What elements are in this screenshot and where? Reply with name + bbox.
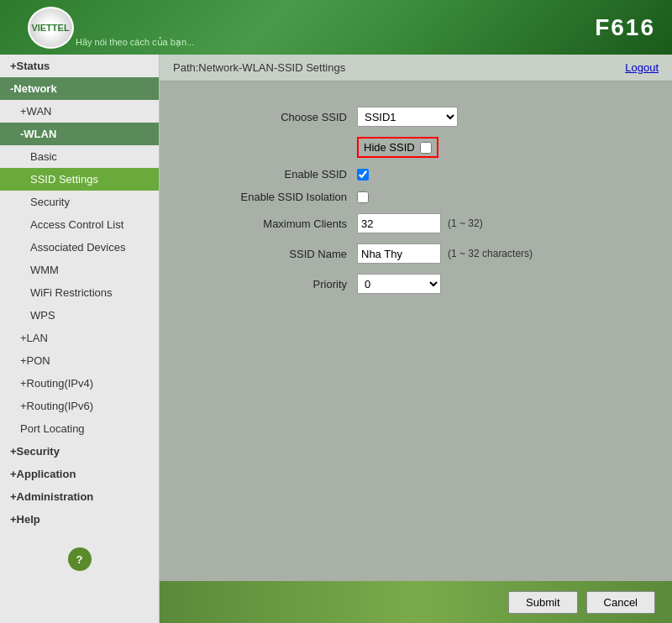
logout-link[interactable]: Logout <box>625 61 659 74</box>
max-clients-row: Maximum Clients 32 (1 ~ 32) <box>206 213 626 233</box>
logo-circle: VIETTEL <box>28 7 74 49</box>
header: VIETTEL Hãy nói theo cách của bạn... F61… <box>0 0 672 55</box>
sidebar-item-status[interactable]: +Status <box>0 55 159 77</box>
sidebar-item-wlan[interactable]: -WLAN <box>0 123 159 145</box>
sidebar-item-ssid-settings[interactable]: SSID Settings <box>0 168 159 191</box>
sidebar-item-wan[interactable]: +WAN <box>0 100 159 123</box>
settings-form: Choose SSID SSID1 SSID2 SSID3 SSID4 <box>206 107 626 294</box>
logo-text: VIETTEL <box>31 23 69 33</box>
sidebar-item-help[interactable]: +Help <box>0 508 159 531</box>
ssid-name-input[interactable]: Nha Thy <box>357 243 441 264</box>
help-icon[interactable]: ? <box>68 547 92 571</box>
sidebar-item-associated-devices[interactable]: Associated Devices <box>0 236 159 259</box>
choose-ssid-label: Choose SSID <box>206 111 357 123</box>
main-layout: +Status -Network +WAN -WLAN Basic SSID S… <box>0 55 672 623</box>
submit-button[interactable]: Submit <box>508 591 577 614</box>
logo: VIETTEL <box>17 7 84 49</box>
sidebar-item-wifi-restrictions[interactable]: WiFi Restrictions <box>0 281 159 304</box>
priority-row: Priority 0 1 2 3 4 5 6 7 <box>206 274 626 294</box>
priority-label: Priority <box>206 278 357 291</box>
hide-ssid-checkbox[interactable] <box>420 142 432 154</box>
choose-ssid-row: Choose SSID SSID1 SSID2 SSID3 SSID4 <box>206 107 626 127</box>
sidebar-item-routing-ipv4[interactable]: +Routing(IPv4) <box>0 372 159 395</box>
enable-ssid-isolation-control <box>357 191 369 203</box>
enable-ssid-label: Enable SSID <box>206 168 357 181</box>
priority-select[interactable]: 0 1 2 3 4 5 6 7 <box>357 274 441 294</box>
sidebar-item-lan[interactable]: +LAN <box>0 327 159 349</box>
hide-ssid-highlight: Hide SSID <box>357 137 438 158</box>
max-clients-label: Maximum Clients <box>206 217 357 230</box>
sidebar-item-security[interactable]: Security <box>0 191 159 213</box>
sidebar-item-wps[interactable]: WPS <box>0 304 159 327</box>
ssid-name-control: Nha Thy (1 ~ 32 characters) <box>357 243 533 264</box>
enable-ssid-checkbox[interactable] <box>357 169 369 181</box>
content-area: Path:Network-WLAN-SSID Settings Logout C… <box>160 55 672 623</box>
hide-ssid-label: Hide SSID <box>364 141 415 154</box>
sidebar-item-acl[interactable]: Access Control List <box>0 213 159 236</box>
sidebar-item-wmm[interactable]: WMM <box>0 259 159 281</box>
priority-control: 0 1 2 3 4 5 6 7 <box>357 274 441 294</box>
enable-ssid-control <box>357 169 369 181</box>
sidebar-item-security-top[interactable]: +Security <box>0 440 159 463</box>
header-model: F616 <box>595 14 655 41</box>
enable-ssid-isolation-checkbox[interactable] <box>357 191 369 203</box>
ssid-name-label: SSID Name <box>206 248 357 260</box>
header-tagline: Hãy nói theo cách của bạn... <box>76 37 194 48</box>
sidebar-item-application[interactable]: +Application <box>0 463 159 485</box>
sidebar-item-network[interactable]: -Network <box>0 77 159 100</box>
choose-ssid-select[interactable]: SSID1 SSID2 SSID3 SSID4 <box>357 107 458 127</box>
sidebar-item-routing-ipv6[interactable]: +Routing(IPv6) <box>0 395 159 417</box>
sidebar-item-basic[interactable]: Basic <box>0 145 159 168</box>
content-body: Choose SSID SSID1 SSID2 SSID3 SSID4 <box>160 81 672 581</box>
sidebar-item-port-locating[interactable]: Port Locating <box>0 417 159 440</box>
breadcrumb-path: Path:Network-WLAN-SSID Settings <box>173 61 345 74</box>
enable-ssid-row: Enable SSID <box>206 168 626 181</box>
enable-ssid-isolation-row: Enable SSID Isolation <box>206 191 626 203</box>
choose-ssid-control: SSID1 SSID2 SSID3 SSID4 <box>357 107 458 127</box>
sidebar-item-pon[interactable]: +PON <box>0 349 159 372</box>
sidebar: +Status -Network +WAN -WLAN Basic SSID S… <box>0 55 160 623</box>
ssid-name-hint: (1 ~ 32 characters) <box>448 248 533 259</box>
max-clients-hint: (1 ~ 32) <box>448 217 483 229</box>
hide-ssid-control: Hide SSID <box>357 137 438 158</box>
max-clients-control: 32 (1 ~ 32) <box>357 213 483 233</box>
max-clients-input[interactable]: 32 <box>357 213 441 233</box>
ssid-name-row: SSID Name Nha Thy (1 ~ 32 characters) <box>206 243 626 264</box>
content-header: Path:Network-WLAN-SSID Settings Logout <box>160 55 672 81</box>
footer: Submit Cancel <box>160 581 672 623</box>
hide-ssid-row: Hide SSID <box>206 137 626 158</box>
sidebar-item-administration[interactable]: +Administration <box>0 485 159 508</box>
cancel-button[interactable]: Cancel <box>586 591 655 614</box>
enable-ssid-isolation-label: Enable SSID Isolation <box>206 191 357 203</box>
